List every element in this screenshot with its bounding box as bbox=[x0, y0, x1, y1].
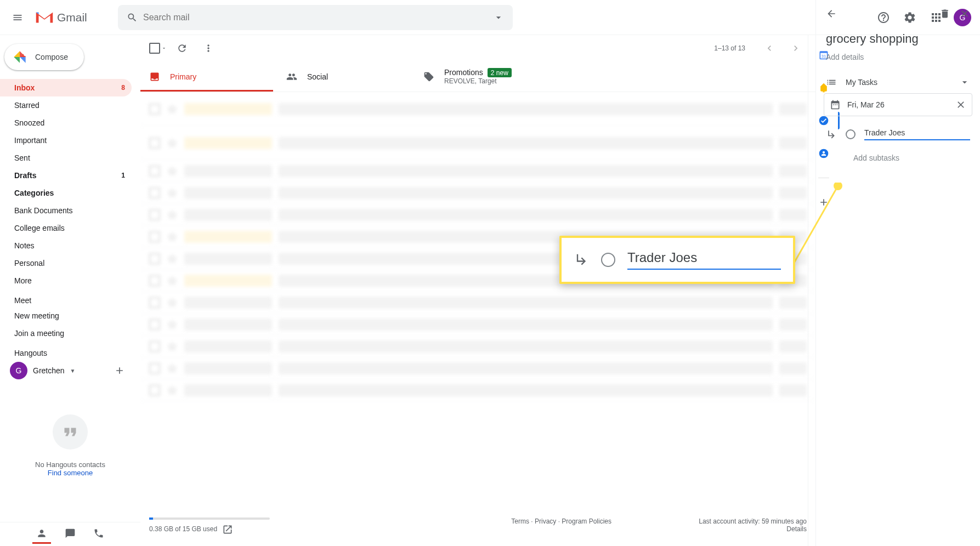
compose-label: Compose bbox=[35, 53, 68, 61]
sidebar-item-categories[interactable]: Categories bbox=[0, 184, 132, 202]
pagination-range: 1–13 of 13 bbox=[714, 44, 745, 52]
sidebar-item-college-emails[interactable]: College emails bbox=[0, 219, 132, 237]
page-next-button[interactable] bbox=[785, 37, 807, 59]
gmail-logo[interactable]: Gmail bbox=[31, 7, 90, 29]
task-details-input[interactable]: Add details bbox=[816, 50, 980, 71]
list-icon bbox=[826, 77, 837, 88]
email-list bbox=[140, 92, 815, 507]
sidebar-item-important[interactable]: Important bbox=[0, 132, 132, 149]
subtask-complete-circle[interactable] bbox=[846, 129, 856, 139]
email-row[interactable] bbox=[140, 126, 815, 160]
callout-text: Trader Joes bbox=[627, 250, 781, 270]
storage-text: 0.38 GB of 15 GB used bbox=[149, 525, 217, 533]
task-date-text: Fri, Mar 26 bbox=[847, 100, 949, 109]
select-all-dropdown-icon[interactable] bbox=[161, 43, 167, 54]
tasks-delete-button[interactable] bbox=[935, 4, 955, 24]
sidebar-item-bank-documents[interactable]: Bank Documents bbox=[0, 202, 132, 219]
email-row[interactable] bbox=[140, 357, 815, 379]
select-all-checkbox[interactable] bbox=[149, 43, 160, 54]
privacy-link[interactable]: Privacy bbox=[535, 517, 556, 525]
tag-icon bbox=[423, 71, 434, 82]
calendar-icon bbox=[830, 99, 841, 110]
subtask-title-input[interactable]: Trader Joes bbox=[864, 128, 970, 140]
email-row[interactable] bbox=[140, 314, 815, 335]
no-hangouts-contacts-label: No Hangouts contacts bbox=[0, 460, 140, 469]
hangouts-user-name: Gretchen bbox=[33, 366, 65, 375]
search-icon[interactable] bbox=[121, 7, 143, 29]
more-actions-button[interactable] bbox=[197, 37, 219, 59]
find-someone-link[interactable]: Find someone bbox=[0, 469, 140, 477]
tasks-close-button[interactable] bbox=[955, 4, 975, 24]
sidebar-item-notes[interactable]: Notes bbox=[0, 237, 132, 254]
inbox-icon bbox=[149, 71, 160, 82]
terms-link[interactable]: Terms bbox=[511, 517, 529, 525]
footer-tab-hangouts-icon[interactable] bbox=[32, 525, 51, 544]
clear-date-icon[interactable] bbox=[955, 99, 966, 110]
sidebar-item-starred[interactable]: Starred bbox=[0, 96, 132, 114]
storage-bar bbox=[149, 517, 270, 520]
callout-circle-icon bbox=[601, 253, 615, 267]
search-input[interactable] bbox=[143, 13, 488, 22]
sidebar-item-personal[interactable]: Personal bbox=[0, 254, 132, 272]
meet-header: Meet bbox=[0, 289, 140, 307]
email-row[interactable] bbox=[140, 182, 815, 204]
chevron-down-icon[interactable]: ▼ bbox=[70, 368, 76, 374]
hangouts-empty-icon bbox=[53, 414, 88, 450]
task-date-row[interactable]: Fri, Mar 26 bbox=[824, 93, 972, 116]
chevron-down-icon bbox=[959, 77, 970, 88]
tab-social[interactable]: Social bbox=[277, 61, 415, 92]
tab-primary[interactable]: Primary bbox=[140, 61, 277, 92]
email-row[interactable] bbox=[140, 160, 815, 182]
sidebar-item-new-meeting[interactable]: New meeting bbox=[0, 307, 132, 325]
task-list-name: My Tasks bbox=[846, 78, 950, 87]
promotions-sublabel: REVOLVE, Target bbox=[444, 77, 512, 85]
sidebar-item-drafts[interactable]: Drafts1 bbox=[0, 167, 132, 184]
tasks-back-button[interactable] bbox=[822, 4, 841, 24]
sidebar-item-snoozed[interactable]: Snoozed bbox=[0, 114, 132, 132]
open-in-new-icon[interactable] bbox=[222, 524, 233, 535]
email-row[interactable] bbox=[140, 92, 815, 126]
subtask-row[interactable]: Trader Joes bbox=[816, 122, 980, 147]
promotions-badge: 2 new bbox=[488, 68, 512, 77]
search-box[interactable] bbox=[118, 5, 513, 30]
hangouts-header: Hangouts bbox=[0, 342, 140, 360]
people-icon bbox=[286, 71, 297, 82]
email-row[interactable] bbox=[140, 292, 815, 314]
subtask-arrow-icon bbox=[826, 129, 837, 140]
footer-tab-phone-icon[interactable] bbox=[89, 525, 108, 544]
callout-arrow-icon bbox=[574, 252, 589, 269]
add-subtasks-link[interactable]: Add subtasks bbox=[816, 147, 980, 169]
email-row[interactable] bbox=[140, 379, 815, 401]
task-list-selector[interactable]: My Tasks bbox=[816, 71, 980, 93]
hangouts-user-row[interactable]: G Gretchen ▼ bbox=[0, 360, 140, 382]
refresh-button[interactable] bbox=[171, 37, 193, 59]
svg-text:Gmail: Gmail bbox=[57, 10, 87, 23]
sidebar-item-inbox[interactable]: Inbox8 bbox=[0, 79, 132, 96]
account-activity-text: Last account activity: 59 minutes ago bbox=[699, 517, 807, 525]
search-options-icon[interactable] bbox=[488, 7, 509, 29]
page-prev-button[interactable] bbox=[758, 37, 780, 59]
hangouts-user-avatar: G bbox=[10, 362, 27, 379]
hangouts-add-icon[interactable] bbox=[114, 365, 125, 376]
email-row[interactable] bbox=[140, 204, 815, 226]
compose-button[interactable]: Compose bbox=[4, 44, 84, 70]
sidebar-item-join-meeting[interactable]: Join a meeting bbox=[0, 325, 132, 342]
sidebar-item-more[interactable]: More bbox=[0, 272, 132, 289]
footer-links: Terms · Privacy · Program Policies bbox=[424, 517, 699, 535]
footer-tab-chat-icon[interactable] bbox=[61, 525, 80, 544]
email-row[interactable] bbox=[140, 335, 815, 357]
tab-promotions[interactable]: Promotions2 new REVOLVE, Target bbox=[415, 61, 552, 92]
main-menu-button[interactable] bbox=[4, 4, 31, 31]
details-link[interactable]: Details bbox=[786, 525, 807, 533]
subtask-callout: Trader Joes bbox=[559, 236, 795, 284]
task-title-input[interactable]: grocery shopping bbox=[816, 27, 980, 50]
program-policies-link[interactable]: Program Policies bbox=[562, 517, 611, 525]
sidebar-item-sent[interactable]: Sent bbox=[0, 149, 132, 167]
